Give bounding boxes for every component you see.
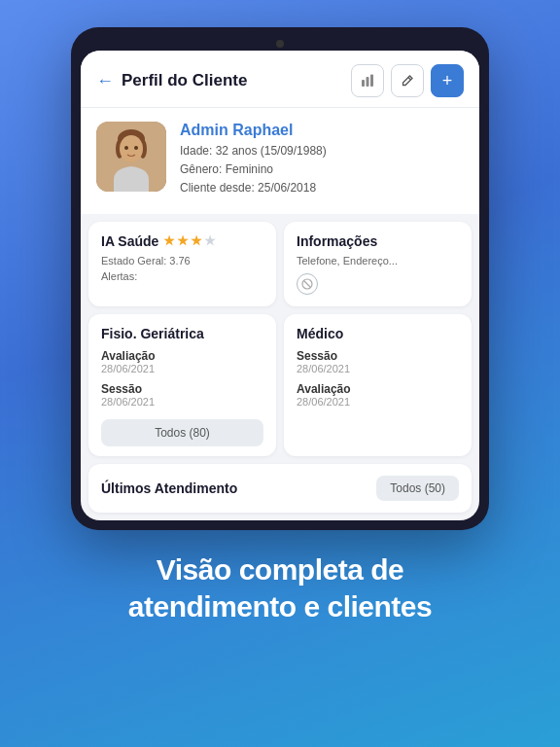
- fisio-item-1-label: Avaliação: [101, 349, 263, 363]
- fisio-all-button[interactable]: Todos (80): [101, 419, 263, 446]
- back-button[interactable]: ←: [96, 71, 114, 91]
- ia-saude-alertas: Alertas:: [101, 268, 263, 285]
- profile-name: Admin Raphael: [180, 122, 327, 139]
- svg-point-8: [120, 135, 143, 162]
- medico-card: Médico Sessão 28/06/2021 Avaliação 28/06…: [284, 314, 472, 456]
- star-3: ★: [191, 233, 202, 248]
- ia-saude-stars: ★ ★ ★ ★: [163, 233, 216, 248]
- star-2: ★: [177, 233, 189, 248]
- page-title: Perfil do Cliente: [122, 71, 247, 90]
- svg-rect-1: [367, 77, 369, 87]
- medico-title: Médico: [297, 326, 459, 341]
- ia-saude-estado: Estado Geral: 3.76: [101, 253, 263, 269]
- medico-item-2-label: Avaliação: [297, 382, 459, 396]
- profile-section: Admin Raphael Idade: 32 anos (15/09/1988…: [81, 108, 479, 214]
- svg-line-12: [304, 281, 310, 287]
- profile-info: Admin Raphael Idade: 32 anos (15/09/1988…: [180, 122, 327, 198]
- last-section-button[interactable]: Todos (50): [376, 476, 459, 501]
- svg-rect-0: [362, 80, 365, 87]
- medico-item-1-label: Sessão: [297, 349, 459, 363]
- avatar: [96, 122, 166, 192]
- svg-point-10: [134, 146, 138, 150]
- header-actions: +: [351, 64, 464, 97]
- medico-item-2: Avaliação 28/06/2021: [297, 382, 459, 408]
- tablet-shell: ← Perfil do Cliente +: [71, 27, 489, 530]
- info-blocked-icon: [297, 273, 318, 295]
- informacoes-card: Informações Telefone, Endereço...: [284, 222, 472, 307]
- camera-dot: [276, 40, 284, 48]
- fisio-item-1-date: 28/06/2021: [101, 363, 263, 374]
- informacoes-sub: Telefone, Endereço...: [297, 253, 459, 269]
- last-section: Últimos Atendimento Todos (50): [88, 464, 472, 513]
- fisio-item-2-label: Sessão: [101, 382, 263, 396]
- medico-item-1-date: 28/06/2021: [297, 363, 459, 374]
- tagline-text: Visão completa de atendimento e clientes: [128, 551, 432, 624]
- fisio-item-1: Avaliação 28/06/2021: [101, 349, 263, 374]
- profile-since: Cliente desde: 25/06/2018: [180, 179, 327, 197]
- star-4: ★: [204, 233, 216, 248]
- svg-rect-2: [370, 75, 373, 88]
- fisio-title: Fisio. Geriátrica: [101, 326, 263, 341]
- last-section-title: Últimos Atendimento: [101, 480, 237, 496]
- tablet-notch: [81, 37, 479, 51]
- tagline: Visão completa de atendimento e clientes: [105, 551, 455, 624]
- profile-age: Idade: 32 anos (15/09/1988): [180, 142, 327, 160]
- header-left: ← Perfil do Cliente: [96, 71, 247, 91]
- fisio-card: Fisio. Geriátrica Avaliação 28/06/2021 S…: [88, 314, 276, 456]
- ia-saude-title: IA Saúde ★ ★ ★ ★: [101, 233, 263, 249]
- fisio-item-2: Sessão 28/06/2021: [101, 382, 263, 408]
- fisio-item-2-date: 28/06/2021: [101, 396, 263, 408]
- ia-saude-card: IA Saúde ★ ★ ★ ★ Estado Geral: 3.76 Aler…: [88, 222, 276, 307]
- medico-item-2-date: 28/06/2021: [297, 396, 459, 408]
- star-1: ★: [163, 233, 175, 248]
- tablet-screen: ← Perfil do Cliente +: [81, 51, 479, 520]
- informacoes-title: Informações: [297, 233, 459, 249]
- add-button[interactable]: +: [431, 64, 464, 97]
- edit-button[interactable]: [391, 64, 424, 97]
- page-header: ← Perfil do Cliente +: [81, 51, 479, 108]
- profile-gender: Gênero: Feminino: [180, 160, 327, 179]
- chart-button[interactable]: [351, 64, 384, 97]
- medico-item-1: Sessão 28/06/2021: [297, 349, 459, 374]
- svg-point-9: [124, 146, 128, 150]
- cards-grid: IA Saúde ★ ★ ★ ★ Estado Geral: 3.76 Aler…: [81, 222, 479, 465]
